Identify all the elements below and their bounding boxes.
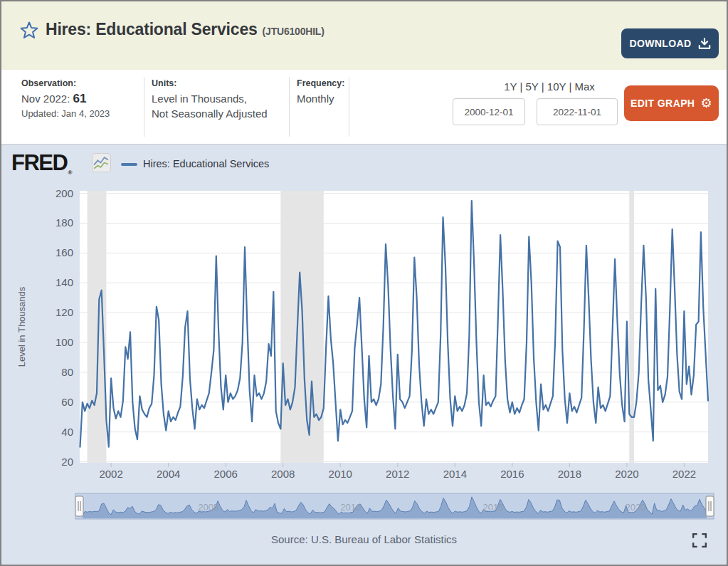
legend-line-swatch [121, 163, 137, 166]
series-id-label: (JTU6100HIL) [263, 26, 325, 37]
page-header: Hires: Educational Services(JTU6100HIL) … [1, 1, 727, 70]
range-slider[interactable]: 2005201020152020 [1, 492, 728, 523]
range-links[interactable]: 1Y | 5Y | 10Y | Max [496, 80, 603, 93]
x-axis-tick-label: 2004 [157, 468, 180, 480]
y-axis-tick-label: 160 [56, 246, 73, 258]
units-label: Units: [152, 78, 268, 88]
download-icon [698, 38, 711, 50]
registered-mark: ® [68, 169, 70, 176]
x-axis-tick-label: 2012 [386, 468, 409, 480]
y-axis-tick-label: 120 [56, 306, 73, 318]
chart-canvas[interactable]: 2040608010012014016018020020022004200620… [1, 184, 728, 490]
info-bar: Observation: Nov 2022: 61 Updated: Jan 4… [1, 70, 727, 144]
divider [144, 77, 144, 137]
download-button-label: DOWNLOAD [629, 38, 691, 49]
edit-graph-label: EDIT GRAPH [631, 98, 695, 109]
y-axis-tick-label: 20 [61, 456, 73, 468]
divider [289, 77, 290, 137]
slider-handle-right[interactable] [706, 496, 714, 516]
recession-band [629, 191, 634, 463]
page-title: Hires: Educational Services(JTU6100HIL) [46, 20, 325, 39]
plot-area [80, 191, 708, 463]
observation-value-line: Nov 2022: 61 [21, 91, 110, 106]
legend-label: Hires: Educational Services [143, 158, 269, 169]
graph-section: FRED® Hires: Educational Services 204060… [1, 144, 727, 566]
gear-icon: ⚙ [700, 97, 712, 110]
x-axis-tick-label: 2014 [443, 468, 467, 480]
frequency-value: Monthly [297, 91, 344, 106]
source-label: Source: U.S. Bureau of Labor Statistics [1, 533, 727, 545]
fred-logo-chart-icon [92, 153, 111, 172]
observation-value: 61 [73, 92, 87, 105]
x-axis-tick-label: 2020 [615, 468, 638, 480]
slider-year-label: 2015 [482, 502, 503, 513]
fred-logo[interactable]: FRED® [11, 150, 70, 176]
slider-year-label: 2020 [626, 502, 646, 513]
x-axis-tick-label: 2022 [672, 468, 696, 480]
download-button[interactable]: DOWNLOAD [621, 28, 719, 58]
y-axis-tick-label: 180 [56, 216, 73, 229]
edit-graph-button[interactable]: EDIT GRAPH ⚙ [624, 85, 719, 121]
x-axis-tick-label: 2002 [99, 468, 122, 480]
y-axis-tick-label: 200 [56, 187, 73, 199]
fullscreen-icon [692, 533, 707, 547]
divider [349, 77, 349, 137]
y-axis-tick-label: 140 [56, 276, 73, 288]
observation-updated: Updated: Jan 4, 2023 [21, 108, 110, 119]
favorite-star-icon[interactable] [19, 21, 39, 41]
frequency-label: Frequency: [297, 78, 344, 88]
fullscreen-button[interactable] [691, 533, 708, 550]
units-line2: Not Seasonally Adjusted [152, 106, 268, 121]
date-input-end[interactable] [537, 98, 618, 125]
slider-handle-left[interactable] [75, 496, 83, 516]
x-axis-tick-label: 2018 [558, 468, 581, 480]
slider-year-label: 2005 [198, 502, 218, 513]
y-axis-tick-label: 80 [61, 366, 73, 378]
fred-graph-page: Hires: Educational Services(JTU6100HIL) … [0, 0, 728, 566]
y-axis-tick-label: 60 [61, 396, 73, 408]
x-axis-tick-label: 2008 [271, 468, 295, 480]
units-line1: Level in Thousands, [152, 91, 268, 106]
slider-year-label: 2010 [340, 502, 361, 513]
x-axis-tick-label: 2006 [213, 468, 237, 480]
units-block: Units: Level in Thousands, Not Seasonall… [152, 78, 268, 121]
x-axis-tick-label: 2010 [329, 468, 352, 480]
x-axis-tick-label: 2016 [500, 468, 524, 480]
observation-label: Observation: [21, 78, 110, 88]
y-axis-tick-label: 40 [61, 426, 73, 438]
y-axis-title: Level in Thousands [16, 286, 27, 367]
frequency-block: Frequency: Monthly [297, 78, 344, 106]
y-axis-tick-label: 100 [56, 336, 73, 348]
observation-block: Observation: Nov 2022: 61 Updated: Jan 4… [21, 78, 110, 119]
date-input-start[interactable] [453, 98, 525, 125]
